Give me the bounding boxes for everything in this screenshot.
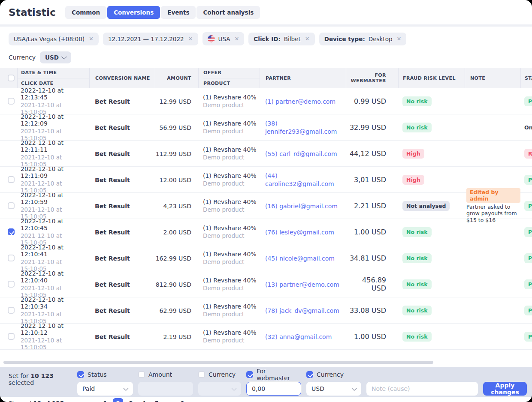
scrollbar-thumb[interactable] (3, 361, 433, 364)
table-row: 2022-12-10 at 12:11:11 2021-12-10 at 15:… (0, 141, 532, 167)
page-button-5[interactable]: 5 (151, 398, 162, 402)
row-checkbox[interactable] (8, 281, 15, 288)
status-badge: Paid (524, 175, 532, 185)
note-text: Partner asked to grow payouts from $15 t… (466, 204, 520, 224)
bulk-checkbox-for-webmaster[interactable] (246, 371, 253, 378)
offer-name: (1) Revshare 40% (203, 172, 260, 179)
bulk-checkbox-amount[interactable] (138, 371, 145, 378)
select-all-checkbox[interactable] (8, 75, 15, 81)
partner-link[interactable]: (38) jennifer293@gmail.com (265, 120, 337, 135)
bulk-select-0[interactable]: Paid (77, 382, 133, 396)
product-name: Demo product (203, 128, 260, 135)
last-page-icon[interactable]: » (200, 399, 212, 402)
table-row: 2022-12-10 at 12:12:09 2021-12-10 at 15:… (0, 114, 532, 141)
col-partner[interactable]: PARTNER (260, 68, 346, 88)
bulk-input-3[interactable] (246, 382, 301, 396)
bulk-checkbox-currency[interactable] (306, 371, 313, 378)
product-name: Demo product (203, 337, 260, 344)
col-date-time[interactable]: DATE & TIME (18, 68, 89, 78)
chip-label: 12.12.2021 — 17.12.2022 (108, 36, 184, 42)
partner-link[interactable]: (55) carl_rd@gmail.com (265, 150, 337, 157)
page-button-4[interactable]: 4 (139, 398, 149, 402)
apply-changes-button[interactable]: Apply changes (483, 382, 527, 396)
offer-name: (1) Revshare 40% (203, 225, 260, 231)
amount-value: 12.00 USD (160, 177, 191, 183)
row-checkbox[interactable] (8, 202, 15, 209)
partner-link[interactable]: (13) partner@demo.com (265, 281, 339, 288)
filter-chip-3[interactable]: Click ID:Bilbet✕ (248, 33, 314, 45)
table-wrapper: DATE & TIME CLICK DATE CONVERSION NAME A… (0, 68, 532, 350)
partner-link[interactable]: (1) partner@demo.com (265, 98, 336, 105)
amount-value: 2.00 USD (163, 229, 191, 236)
col-for-webmaster[interactable]: FOR WEBMASTER (346, 68, 398, 88)
row-checkbox[interactable] (8, 307, 15, 314)
bulk-checkbox-label: Currency (209, 371, 236, 378)
row-checkbox[interactable] (8, 255, 15, 261)
webmaster-amount: 33.08 USD (350, 306, 386, 315)
partner-link[interactable]: (16) gabriel@gmail.com (265, 203, 338, 210)
bulk-edit-bar: Set for 10 123 selected StatusPaid Amoun… (0, 367, 532, 397)
page-button-2[interactable]: 2 (113, 398, 123, 402)
row-checkbox[interactable] (8, 333, 15, 340)
offer-name: (1) Revshare 40% (203, 94, 260, 101)
filter-chip-2[interactable]: USA✕ (203, 32, 245, 45)
partner-link[interactable]: (76) lesley@gmail.com (265, 229, 334, 236)
col-offer[interactable]: OFFER (203, 68, 260, 78)
conversion-name: Bet Result (95, 333, 130, 340)
conversion-name: Bet Result (95, 203, 130, 210)
webmaster-amount: 2.21 USD (354, 202, 386, 210)
fraud-risk-badge: No risk (402, 227, 432, 237)
col-product[interactable]: PRODUCT (203, 78, 260, 89)
table-row: 2022-12-10 at 12:11:09 2021-12-10 at 15:… (0, 167, 532, 193)
partner-link[interactable]: (44) caroline32@gmail.com (265, 172, 334, 187)
currency-select[interactable]: USD (40, 51, 71, 63)
page-button-1[interactable]: 1 (100, 398, 110, 402)
header: Statistic CommonConversionsEventsCohort … (0, 0, 532, 24)
fraud-risk-badge: No risk (402, 306, 432, 315)
filter-chip-0[interactable]: USA/Las Vegas (+08:00)✕ (9, 33, 99, 45)
page-button-9[interactable]: 9 (177, 398, 187, 402)
remove-filter-icon[interactable]: ✕ (305, 36, 310, 42)
filter-chip-1[interactable]: 12.12.2021 — 17.12.2022✕ (103, 33, 198, 45)
tab-cohort-analysis[interactable]: Cohort analysis (196, 6, 260, 19)
remove-filter-icon[interactable]: ✕ (397, 36, 402, 42)
tab-events[interactable]: Events (161, 6, 196, 19)
first-page-icon[interactable]: « (75, 399, 88, 402)
table-row: 2022-12-10 at 12:10:34 2021-12-10 at 15:… (0, 297, 532, 324)
bulk-select-4[interactable]: USD (306, 382, 361, 396)
product-name: Demo product (203, 258, 260, 265)
note-input[interactable] (366, 382, 478, 396)
remove-filter-icon[interactable]: ✕ (188, 36, 193, 42)
conversion-datetime: 2022-12-10 at 12:12:09 (21, 113, 89, 127)
conversion-datetime: 2022-12-10 at 12:11:11 (21, 139, 89, 153)
prev-page-icon[interactable]: ‹ (88, 399, 99, 402)
col-fraud-risk[interactable]: FRAUD RISK LEVEL (398, 68, 465, 88)
remove-filter-icon[interactable]: ✕ (89, 36, 94, 42)
tab-conversions[interactable]: Conversions (107, 6, 160, 19)
row-checkbox[interactable] (8, 98, 15, 105)
col-status[interactable]: STATUS (520, 68, 532, 88)
col-note[interactable]: NOTE (465, 68, 520, 88)
row-checkbox[interactable] (8, 228, 15, 235)
conversion-name: Bet Result (95, 98, 130, 105)
table-row: 2022-12-10 at 12:10:40 2021-12-10 at 15:… (0, 271, 532, 297)
offer-name: (1) Revshare 40% (203, 277, 260, 284)
col-amount[interactable]: AMOUNT (155, 68, 198, 88)
next-page-icon[interactable]: › (189, 399, 200, 402)
webmaster-amount: 1.00 USD (354, 333, 386, 341)
bulk-checkbox-currency[interactable] (198, 371, 205, 378)
row-checkbox[interactable] (8, 176, 15, 183)
partner-link[interactable]: (32) anna@gmail.com (265, 333, 332, 340)
filter-chip-4[interactable]: Device type:Desktop✕ (319, 33, 407, 45)
offer-name: (1) Revshare 40% (203, 198, 260, 205)
page-button-3[interactable]: 3 (126, 398, 136, 402)
bulk-checkbox-status[interactable] (77, 371, 84, 378)
partner-link[interactable]: (78) jack_dv@gmail.com (265, 307, 339, 314)
remove-filter-icon[interactable]: ✕ (234, 36, 239, 42)
col-conversion-name[interactable]: CONVERSION NAME (89, 68, 155, 88)
product-name: Demo product (203, 285, 260, 291)
currency-bar: Currency USD (0, 51, 532, 68)
selection-summary: Set for 10 123 selected (9, 371, 72, 386)
partner-link[interactable]: (45) nicole@gmail.com (265, 255, 335, 262)
tab-common[interactable]: Common (65, 6, 106, 19)
